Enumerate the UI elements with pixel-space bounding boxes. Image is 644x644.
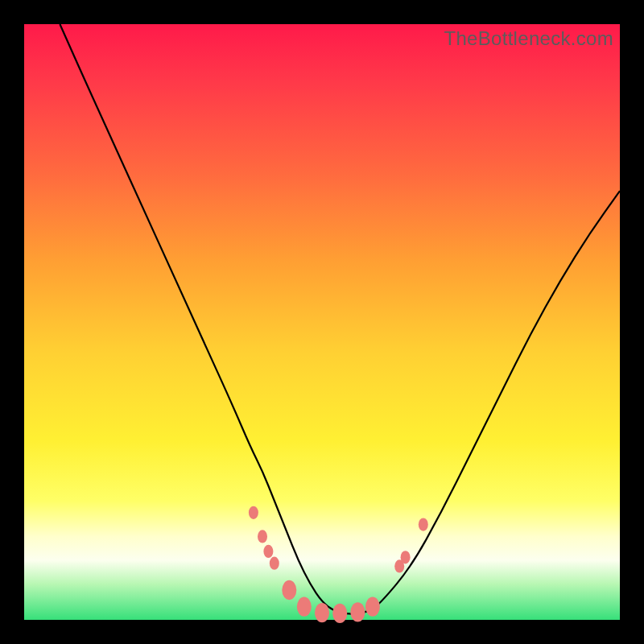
curve-marker [282,580,296,600]
curve-marker [297,597,312,617]
curve-marker [419,518,428,531]
chart-frame: TheBottleneck.com [0,0,644,644]
curve-marker [350,602,365,621]
curve-marker [315,603,329,622]
bottleneck-curve [60,24,620,614]
chart-svg [24,24,620,620]
curve-marker [270,557,279,570]
curve-marker [332,604,347,623]
curve-marker [249,506,258,519]
curve-marker [365,597,380,617]
curve-marker [258,530,267,543]
curve-marker [263,545,273,558]
plot-area: TheBottleneck.com [24,24,620,620]
curve-markers [249,506,428,623]
curve-marker [401,551,411,564]
